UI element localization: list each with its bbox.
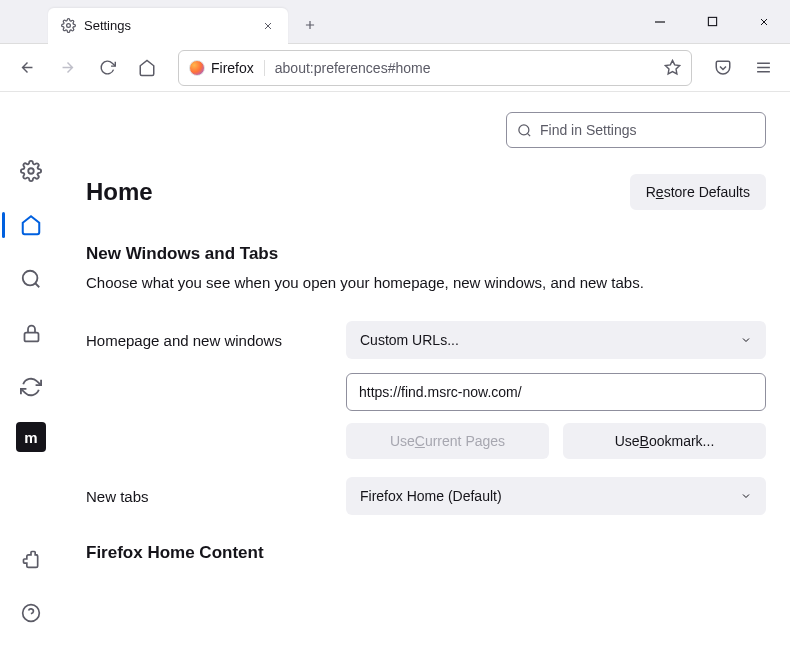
newtabs-label: New tabs (86, 488, 326, 505)
tab-title: Settings (84, 18, 252, 33)
homepage-mode-select-value: Custom URLs... (360, 332, 459, 348)
category-privacy[interactable] (12, 314, 50, 352)
preferences-content: m Home Restore Defaults New Windows and … (0, 92, 790, 648)
newtabs-mode-select[interactable]: Firefox Home (Default) (346, 477, 766, 515)
newtabs-mode-select-value: Firefox Home (Default) (360, 488, 502, 504)
svg-point-0 (66, 24, 70, 28)
url-text: about:preferences#home (275, 60, 654, 76)
search-icon (517, 123, 532, 138)
category-sidebar: m (0, 92, 62, 648)
homepage-label: Homepage and new windows (86, 332, 326, 349)
main-panel: Home Restore Defaults New Windows and Ta… (62, 92, 790, 648)
minimize-button[interactable] (634, 0, 686, 44)
use-current-pages-button[interactable]: Use Current Pages (346, 423, 549, 459)
mozilla-icon: m (24, 429, 37, 446)
identity-box[interactable]: Firefox (189, 60, 265, 76)
category-home[interactable] (12, 206, 50, 244)
category-search[interactable] (12, 260, 50, 298)
reload-button[interactable] (90, 51, 124, 85)
svg-rect-1 (708, 17, 716, 25)
chevron-down-icon (740, 490, 752, 502)
new-tab-button[interactable] (294, 9, 326, 41)
svg-point-3 (28, 168, 34, 174)
restore-defaults-button[interactable]: Restore Defaults (630, 174, 766, 210)
category-extensions[interactable] (12, 540, 50, 578)
page-title: Home (86, 178, 153, 206)
svg-point-4 (23, 271, 38, 286)
window-close-button[interactable] (738, 0, 790, 44)
homepage-url-input[interactable] (346, 373, 766, 411)
url-bar[interactable]: Firefox about:preferences#home (178, 50, 692, 86)
close-icon[interactable] (260, 18, 276, 34)
window-titlebar: Settings (0, 0, 790, 44)
browser-toolbar: Firefox about:preferences#home (0, 44, 790, 92)
svg-marker-2 (665, 60, 679, 73)
gear-icon (60, 18, 76, 34)
category-sync[interactable] (12, 368, 50, 406)
window-controls (634, 0, 790, 44)
section-new-windows-tabs-title: New Windows and Tabs (86, 244, 766, 264)
category-more-from-mozilla[interactable]: m (16, 422, 46, 452)
forward-button[interactable] (50, 51, 84, 85)
category-help[interactable] (12, 594, 50, 632)
home-button[interactable] (130, 51, 164, 85)
app-menu-button[interactable] (746, 51, 780, 85)
homepage-mode-select[interactable]: Custom URLs... (346, 321, 766, 359)
find-in-settings[interactable] (506, 112, 766, 148)
identity-label: Firefox (211, 60, 254, 76)
svg-rect-5 (24, 332, 38, 341)
section-firefox-home-content-title: Firefox Home Content (86, 543, 766, 563)
use-bookmark-button[interactable]: Use Bookmark... (563, 423, 766, 459)
browser-tab[interactable]: Settings (48, 8, 288, 44)
chevron-down-icon (740, 334, 752, 346)
bookmark-star-icon[interactable] (664, 59, 681, 76)
maximize-button[interactable] (686, 0, 738, 44)
section-new-windows-tabs-desc: Choose what you see when you open your h… (86, 272, 766, 293)
firefox-logo-icon (189, 60, 205, 76)
back-button[interactable] (10, 51, 44, 85)
save-to-pocket-button[interactable] (706, 51, 740, 85)
find-in-settings-input[interactable] (540, 122, 755, 138)
category-general[interactable] (12, 152, 50, 190)
svg-point-8 (519, 124, 529, 134)
